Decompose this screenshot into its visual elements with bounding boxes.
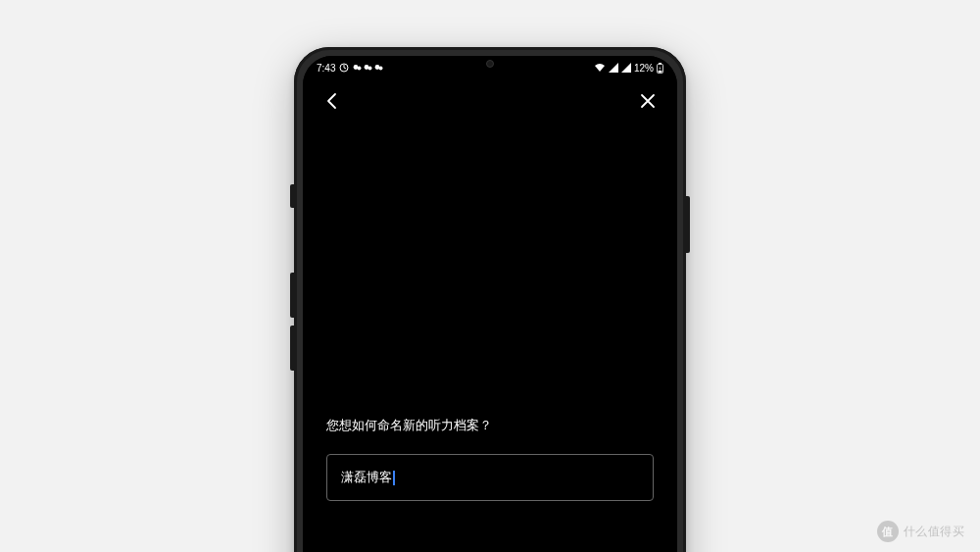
wifi-icon bbox=[594, 63, 606, 73]
phone-screen-area: 7:43 bbox=[303, 56, 677, 552]
close-button[interactable] bbox=[636, 89, 660, 113]
chevron-left-icon bbox=[325, 91, 339, 111]
svg-rect-8 bbox=[659, 63, 662, 65]
wechat-notification-icons bbox=[353, 64, 384, 72]
phone-frame: 7:43 bbox=[294, 47, 686, 552]
back-button[interactable] bbox=[320, 89, 344, 113]
prompt-label: 您想如何命名新的听力档案？ bbox=[326, 417, 654, 434]
input-value: 潇磊博客 bbox=[341, 469, 392, 486]
svg-point-2 bbox=[358, 67, 362, 71]
battery-icon bbox=[657, 63, 663, 74]
netease-icon bbox=[339, 63, 349, 73]
watermark: 值 什么值得买 bbox=[877, 521, 965, 542]
phone-power-button bbox=[686, 196, 690, 253]
status-time: 7:43 bbox=[317, 63, 335, 74]
battery-percent: 12% bbox=[634, 63, 654, 74]
profile-name-input[interactable]: 潇磊博客 bbox=[326, 454, 654, 501]
signal-icon bbox=[609, 63, 618, 73]
status-left: 7:43 bbox=[317, 63, 384, 74]
text-cursor bbox=[393, 471, 395, 485]
phone-bezel: 7:43 bbox=[294, 47, 686, 552]
close-icon bbox=[640, 93, 656, 109]
svg-rect-9 bbox=[659, 71, 662, 73]
app-screen: 7:43 bbox=[303, 56, 677, 552]
svg-point-6 bbox=[379, 67, 383, 71]
watermark-logo: 值 bbox=[877, 521, 899, 542]
watermark-text: 什么值得买 bbox=[904, 524, 965, 540]
svg-point-4 bbox=[368, 67, 372, 71]
status-right: 12% bbox=[594, 63, 663, 74]
content-area: 您想如何命名新的听力档案？ 潇磊博客 bbox=[303, 417, 677, 501]
nav-bar bbox=[303, 79, 677, 123]
signal-icon-2 bbox=[621, 63, 631, 73]
phone-camera bbox=[486, 60, 494, 68]
